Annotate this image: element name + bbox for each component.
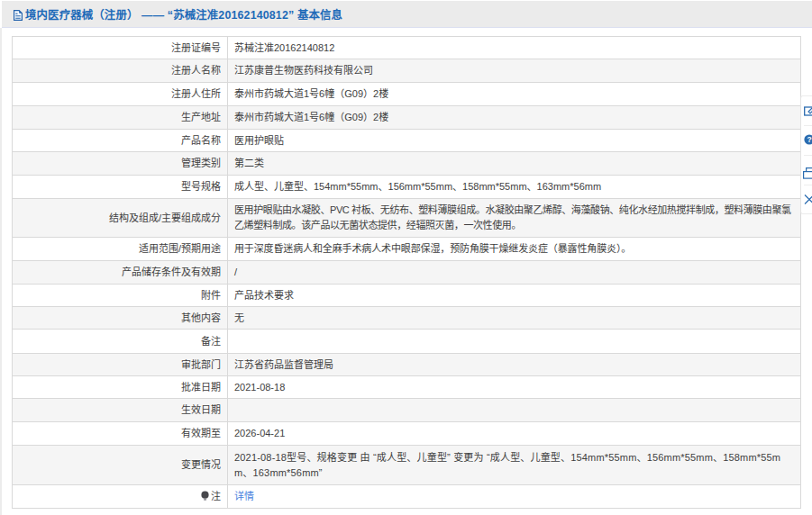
svg-text:?: ? — [807, 135, 811, 144]
